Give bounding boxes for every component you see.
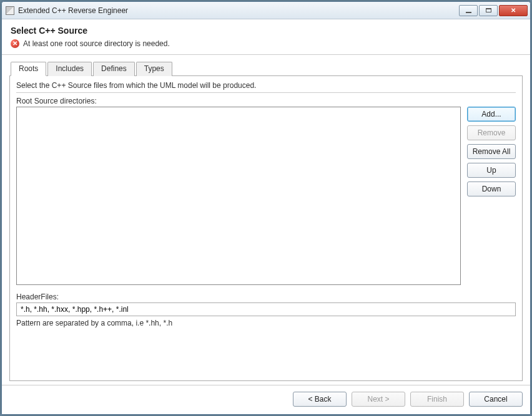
back-button[interactable]: < Back	[293, 392, 347, 407]
header-files-label: HeaderFiles:	[16, 293, 516, 301]
close-button[interactable]: ✕	[499, 5, 528, 16]
roots-panel: Select the C++ Source files from which t…	[9, 76, 523, 381]
tab-includes[interactable]: Includes	[47, 62, 92, 76]
error-row: ✕ At least one root source directory is …	[11, 39, 521, 48]
separator	[16, 92, 516, 93]
window-controls: ✕	[459, 5, 528, 16]
tab-types[interactable]: Types	[136, 62, 172, 76]
page-title: Select C++ Source	[11, 26, 521, 36]
error-text: At least one root source directory is ne…	[23, 39, 170, 48]
titlebar[interactable]: Extended C++ Reverse Engineer ✕	[2, 2, 530, 19]
window-title: Extended C++ Reverse Engineer	[18, 6, 459, 15]
content-area: Roots Includes Defines Types Select the …	[2, 55, 530, 385]
minimize-icon	[466, 12, 471, 13]
root-dirs-row: Add... Remove Remove All Up Down	[16, 107, 516, 285]
next-button: Next >	[352, 392, 405, 407]
root-dirs-listbox[interactable]	[16, 107, 461, 285]
app-icon	[6, 6, 14, 15]
wizard-window: Extended C++ Reverse Engineer ✕ Select C…	[1, 1, 531, 415]
header-files-input[interactable]	[16, 302, 516, 316]
add-button[interactable]: Add...	[467, 107, 516, 122]
tab-roots[interactable]: Roots	[11, 62, 46, 76]
root-dirs-label: Root Source directories:	[16, 97, 516, 105]
minimize-button[interactable]	[459, 5, 478, 16]
wizard-footer: < Back Next > Finish Cancel	[2, 385, 530, 414]
cancel-button[interactable]: Cancel	[469, 392, 523, 407]
list-buttons: Add... Remove Remove All Up Down	[467, 107, 516, 285]
maximize-icon	[486, 8, 491, 12]
tab-defines[interactable]: Defines	[93, 62, 135, 76]
panel-instruction: Select the C++ Source files from which t…	[16, 81, 516, 90]
remove-all-button[interactable]: Remove All	[467, 144, 516, 159]
close-icon: ✕	[511, 7, 516, 14]
tabbar: Roots Includes Defines Types	[9, 61, 523, 76]
wizard-header: Select C++ Source ✕ At least one root so…	[2, 19, 530, 55]
pattern-hint: Pattern are separated by a comma, i.e *.…	[16, 319, 516, 327]
maximize-button[interactable]	[479, 5, 498, 16]
finish-button: Finish	[410, 392, 464, 407]
remove-button: Remove	[467, 125, 516, 140]
up-button[interactable]: Up	[467, 163, 516, 178]
down-button[interactable]: Down	[467, 181, 516, 196]
error-icon: ✕	[11, 39, 19, 48]
